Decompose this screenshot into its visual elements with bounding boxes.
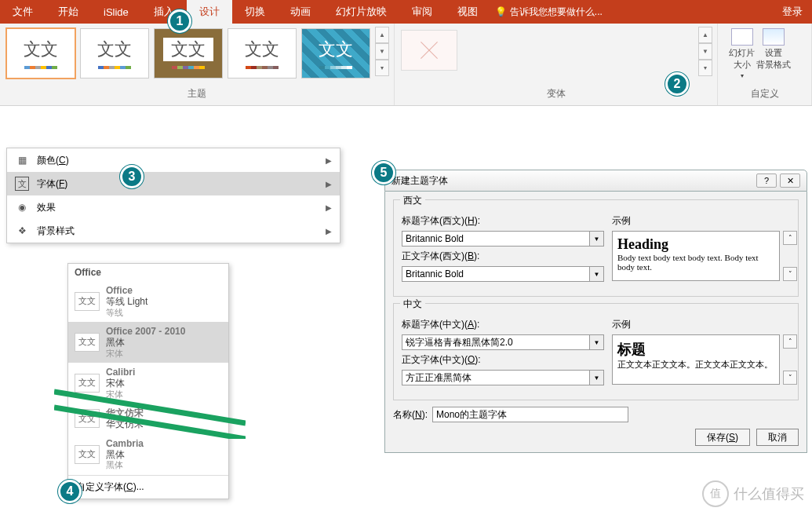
group-label-themes: 主题 bbox=[5, 86, 389, 102]
menu-item-background[interactable]: ❖ 背景样式 ▶ bbox=[7, 219, 340, 243]
theme-thumb[interactable]: 文文 bbox=[6, 28, 75, 79]
ribbon-content: 文文 文文 文文 文文 文文 ▲ ▼ ▾ 主题 ▲ ▼ ▾ 变体 幻灯片 大 bbox=[0, 24, 812, 106]
chevron-right-icon: ▶ bbox=[326, 180, 332, 188]
tab-design[interactable]: 设计 bbox=[187, 0, 232, 24]
dropdown-button[interactable]: ▼ bbox=[590, 231, 604, 247]
theme-thumb[interactable]: 文文 bbox=[228, 28, 297, 79]
tab-slideshow[interactable]: 幻灯片放映 bbox=[323, 0, 399, 24]
ribbon-tabs: 文件 开始 iSlide 插入 设计 切换 动画 幻灯片放映 审阅 视图 💡告诉… bbox=[0, 0, 812, 24]
font-option[interactable]: 文文Calibri宋体宋体 bbox=[68, 363, 228, 404]
tab-file[interactable]: 文件 bbox=[0, 0, 46, 24]
sample-label: 示例 bbox=[612, 318, 797, 331]
variant-scroll-down[interactable]: ▼ bbox=[698, 43, 712, 60]
gallery-scroll-down[interactable]: ▼ bbox=[375, 43, 389, 60]
tab-review[interactable]: 审阅 bbox=[399, 0, 445, 24]
theme-thumb[interactable]: 文文 bbox=[301, 28, 370, 79]
chevron-down-icon: ▾ bbox=[741, 72, 744, 79]
dropdown-button[interactable]: ▼ bbox=[590, 334, 604, 350]
tab-islide[interactable]: iSlide bbox=[91, 2, 141, 23]
callout-badge-5: 5 bbox=[372, 161, 395, 184]
login-link[interactable]: 登录 bbox=[782, 5, 803, 19]
preview-up[interactable]: ˄ bbox=[783, 231, 797, 245]
gallery-scroll-up[interactable]: ▲ bbox=[375, 27, 389, 43]
dropdown-button[interactable]: ▼ bbox=[590, 266, 604, 282]
latin-body-font-input[interactable] bbox=[402, 266, 590, 282]
cancel-button[interactable]: 取消 bbox=[756, 429, 799, 446]
close-button[interactable]: ✕ bbox=[780, 173, 800, 188]
new-theme-font-dialog: 新建主题字体 ? ✕ 西文 标题字体(西文)(H): ▼ 正文字体(西文)(B)… bbox=[384, 170, 807, 453]
customize-fonts-item[interactable]: 自定义字体(C)... bbox=[68, 475, 228, 499]
tab-transitions[interactable]: 切换 bbox=[232, 0, 278, 24]
cjk-preview: 标题 正文文本正文文本。正文文本正文文本。 bbox=[612, 334, 780, 385]
help-button[interactable]: ? bbox=[756, 173, 777, 188]
font-option[interactable]: 文文华文仿宋华文仿宋 bbox=[68, 404, 228, 434]
menu-item-effects[interactable]: ◉ 效果 ▶ bbox=[7, 195, 340, 219]
font-option[interactable]: 文文Office等线 Light等线 bbox=[68, 281, 228, 322]
group-label-cjk: 中文 bbox=[400, 298, 425, 311]
format-background-button[interactable]: 设置 背景格式 bbox=[756, 28, 791, 71]
font-option[interactable]: 文文Office 2007 - 2010黑体宋体 bbox=[68, 322, 228, 363]
effects-icon: ◉ bbox=[15, 200, 29, 214]
callout-badge-3: 3 bbox=[120, 165, 144, 188]
theme-font-dropdown: Office 文文Office等线 Light等线 文文Office 2007 … bbox=[67, 263, 229, 499]
latin-preview: Heading Body text body text body text. B… bbox=[612, 231, 780, 281]
save-button[interactable]: 保存(S) bbox=[695, 429, 750, 446]
theme-thumb[interactable]: 文文 bbox=[154, 28, 223, 79]
format-bg-icon bbox=[763, 28, 785, 46]
menu-item-colors[interactable]: ▦ 颜色(C) ▶ bbox=[7, 148, 340, 172]
background-icon: ❖ bbox=[15, 224, 29, 238]
lightbulb-icon: 💡 bbox=[495, 6, 507, 17]
menu-item-fonts[interactable]: 文 字体(F) ▶ bbox=[7, 172, 340, 195]
tab-home[interactable]: 开始 bbox=[46, 0, 91, 24]
variant-more[interactable]: ▾ bbox=[698, 60, 712, 76]
palette-icon: ▦ bbox=[15, 153, 29, 167]
theme-name-input[interactable] bbox=[432, 407, 628, 422]
slide-size-icon bbox=[731, 28, 753, 46]
variants-context-menu: ▦ 颜色(C) ▶ 文 字体(F) ▶ ◉ 效果 ▶ ❖ 背景样式 ▶ bbox=[6, 148, 340, 243]
watermark-icon: 值 bbox=[702, 480, 729, 507]
latin-heading-font-input[interactable] bbox=[402, 231, 590, 247]
preview-up[interactable]: ˄ bbox=[783, 334, 797, 349]
variant-thumb[interactable] bbox=[401, 30, 457, 71]
preview-down[interactable]: ˅ bbox=[783, 371, 797, 385]
callout-badge-4: 4 bbox=[58, 480, 82, 503]
cjk-heading-font-input[interactable] bbox=[402, 334, 590, 350]
sample-label: 示例 bbox=[612, 214, 797, 228]
chevron-right-icon: ▶ bbox=[326, 227, 332, 236]
chevron-right-icon: ▶ bbox=[326, 156, 332, 165]
preview-down[interactable]: ˅ bbox=[783, 267, 797, 281]
callout-badge-1: 1 bbox=[168, 9, 191, 33]
tab-view[interactable]: 视图 bbox=[445, 0, 490, 24]
tab-animations[interactable]: 动画 bbox=[278, 0, 323, 24]
font-icon: 文 bbox=[15, 177, 29, 191]
tell-me-search[interactable]: 💡告诉我您想要做什么... bbox=[490, 1, 607, 24]
chevron-right-icon: ▶ bbox=[326, 203, 332, 212]
dialog-title-text: 新建主题字体 bbox=[391, 174, 448, 188]
group-label-custom: 自定义 bbox=[723, 86, 807, 102]
theme-thumb[interactable]: 文文 bbox=[80, 28, 149, 79]
slide-size-button[interactable]: 幻灯片 大小▾ bbox=[729, 28, 755, 79]
gallery-more[interactable]: ▾ bbox=[375, 60, 389, 76]
dropdown-button[interactable]: ▼ bbox=[590, 370, 604, 385]
watermark: 值 什么值得买 bbox=[702, 480, 804, 507]
cjk-body-font-input[interactable] bbox=[402, 370, 590, 385]
callout-badge-2: 2 bbox=[665, 72, 689, 96]
font-option[interactable]: 文文Cambria黑体黑体 bbox=[68, 434, 228, 475]
variant-scroll-up[interactable]: ▲ bbox=[698, 27, 712, 43]
group-label-latin: 西文 bbox=[400, 194, 425, 207]
font-list-header: Office bbox=[68, 264, 228, 281]
